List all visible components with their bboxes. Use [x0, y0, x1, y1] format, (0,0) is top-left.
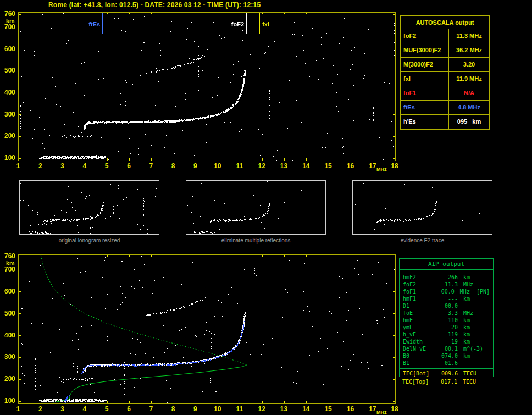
x-axis-label-top: 15: [322, 162, 334, 170]
aip-parameter-row: B101.6: [403, 359, 490, 367]
marker-line-fof2: [246, 13, 247, 34]
aip-parameter-value: 119: [436, 331, 458, 338]
autoscala-row-label: foF2: [401, 29, 449, 43]
aip-parameter-row: hmF1---km: [403, 295, 490, 302]
aip-parameter-unit: m^(-3): [463, 345, 483, 352]
x-axis-label-top: 2: [34, 162, 46, 170]
autoscala-row-label: foF1: [401, 86, 449, 100]
aip-parameter-label: h_vE: [403, 331, 436, 338]
aip-output-panel: AIP output hmF2266kmfoF211.3MHzfoF100.0M…: [399, 258, 494, 385]
x-axis-label-bottom: 14: [300, 405, 312, 413]
y-axis-label-top: 400: [1, 89, 15, 96]
x-axis-label-bottom: 13: [278, 405, 290, 413]
aip-parameter-list: hmF2266kmfoF211.3MHzfoF100.0MHz[PN]hmF1-…: [400, 270, 493, 368]
autoscala-row-value: 36.2 MHz: [449, 43, 489, 57]
marker-label-fof2: foF2: [224, 21, 244, 27]
autoscala-row: fxI11.9 MHz: [401, 72, 489, 86]
x-axis-label-bottom: 12: [256, 405, 268, 413]
x-axis-label-bottom: 15: [322, 405, 334, 413]
aip-parameter-row: foF211.3MHz: [403, 281, 490, 288]
y-axis-label-top: 760: [1, 10, 15, 17]
aip-parameter-label: DelN_vE: [403, 345, 436, 352]
aip-parameter-value: 11.3: [436, 281, 458, 288]
aip-parameter-unit: km: [463, 324, 470, 331]
aip-output-title: AIP output: [400, 259, 493, 270]
autoscala-row: h'Es095 km: [401, 115, 489, 129]
aip-tec-value: 017.1: [435, 378, 457, 385]
aip-tec-label: TEC[Top]: [402, 378, 435, 385]
x-axis-label-top: 9: [189, 162, 201, 170]
aip-tec-value: 009.6: [436, 369, 458, 377]
aip-parameter-value: 074.0: [436, 352, 458, 359]
x-axis-label-bottom: 18: [389, 405, 401, 413]
aip-parameter-label: foE: [403, 309, 436, 317]
autoscala-row-value: 095 km: [449, 115, 489, 129]
aip-tec-unit: TECU: [463, 378, 476, 385]
aip-tec-top-row: TEC[Top]017.1TECU: [399, 377, 494, 385]
autoscala-row-label: h'Es: [401, 115, 449, 129]
x-axis-label-bottom: 7: [145, 405, 157, 413]
x-axis-label-top: 14: [300, 162, 312, 170]
thumbnail-caption-3: evidence F2 trace: [352, 237, 492, 244]
autoscala-output-panel: AUTOSCALA output foF211.3 MHzMUF(3000)F2…: [400, 15, 490, 130]
x-axis-label-top: 8: [167, 162, 179, 170]
x-axis-label-top: 13: [278, 162, 290, 170]
thumbnail-f2-trace-canvas: [353, 181, 492, 234]
aip-parameter-label: Ewidth: [403, 338, 436, 345]
aip-parameter-unit: MHz: [460, 288, 470, 295]
top-ionogram-canvas: [18, 12, 396, 161]
autoscala-row-label: MUF(3000)F2: [401, 43, 449, 57]
x-axis-unit-top: MHz: [376, 167, 387, 172]
marker-label-ftes: ftEs: [80, 21, 100, 27]
y-axis-label-bottom: 700: [1, 266, 15, 273]
autoscala-row-value: 11.9 MHz: [449, 72, 489, 86]
aip-parameter-row: Ewidth19km: [403, 338, 490, 345]
autoscala-row: M(3000)F23.20: [401, 58, 489, 72]
y-axis-label-top: 600: [1, 46, 15, 52]
aip-parameter-label: hmF2: [403, 274, 436, 281]
x-axis-label-bottom: 8: [167, 405, 179, 413]
aip-tec-unit: TECU: [463, 369, 476, 377]
x-axis-label-top: 11: [234, 162, 246, 170]
autoscala-output-screen: { "header": { "title": "Rome (lat: +41.8…: [0, 0, 532, 415]
aip-parameter-unit: MHz: [463, 281, 473, 288]
aip-tec-label: TEC[Bot]: [403, 369, 436, 377]
aip-parameter-label: foF1: [403, 288, 434, 295]
thumbnail-caption-2: eliminate multiple reflections: [186, 237, 326, 244]
aip-parameter-value: 00.1: [436, 345, 458, 352]
aip-parameter-unit: km: [463, 352, 470, 359]
aip-parameter-row: h_vE119km: [403, 331, 490, 338]
y-axis-label-bottom: 200: [1, 375, 15, 382]
aip-parameter-unit: km: [463, 274, 470, 281]
aip-parameter-row: B0074.0km: [403, 352, 490, 359]
thumbnail-no-multiples: [186, 180, 326, 235]
aip-parameter-value: 110: [436, 317, 458, 324]
x-axis-label-top: 4: [79, 162, 91, 170]
y-axis-label-bottom: 600: [1, 288, 15, 295]
x-axis-label-bottom: 11: [234, 405, 246, 413]
x-axis-label-top: 6: [123, 162, 135, 170]
x-axis-label-bottom: 9: [189, 405, 201, 413]
aip-parameter-label: hmF1: [403, 295, 436, 302]
x-axis-label-bottom: 10: [212, 405, 224, 413]
y-axis-label-top: 300: [1, 111, 15, 118]
autoscala-row-value: 3.20: [449, 58, 489, 71]
autoscala-row-label: fxI: [401, 72, 449, 86]
autoscala-output-title: AUTOSCALA output: [401, 16, 489, 29]
aip-parameter-label: foF2: [403, 281, 436, 288]
station-date-title: Rome (lat: +41.8, lon: 012.5) - DATE: 20…: [48, 1, 261, 9]
aip-parameter-label: B0: [403, 352, 436, 359]
aip-parameter-unit: km: [463, 338, 470, 345]
autoscala-row-label: ftEs: [401, 101, 449, 114]
autoscala-row-value: 11.3 MHz: [449, 29, 489, 43]
y-axis-label-bottom: 300: [1, 353, 15, 360]
aip-parameter-value: 266: [436, 274, 458, 281]
x-axis-label-top: 18: [389, 162, 401, 170]
x-axis-label-bottom: 16: [344, 405, 356, 413]
x-axis-label-top: 10: [212, 162, 224, 170]
aip-parameter-unit: km: [463, 331, 470, 338]
aip-parameter-row: hmE110km: [403, 317, 490, 324]
aip-parameter-unit: km: [463, 317, 470, 324]
x-axis-label-top: 12: [256, 162, 268, 170]
aip-parameter-value: 19: [436, 338, 458, 345]
